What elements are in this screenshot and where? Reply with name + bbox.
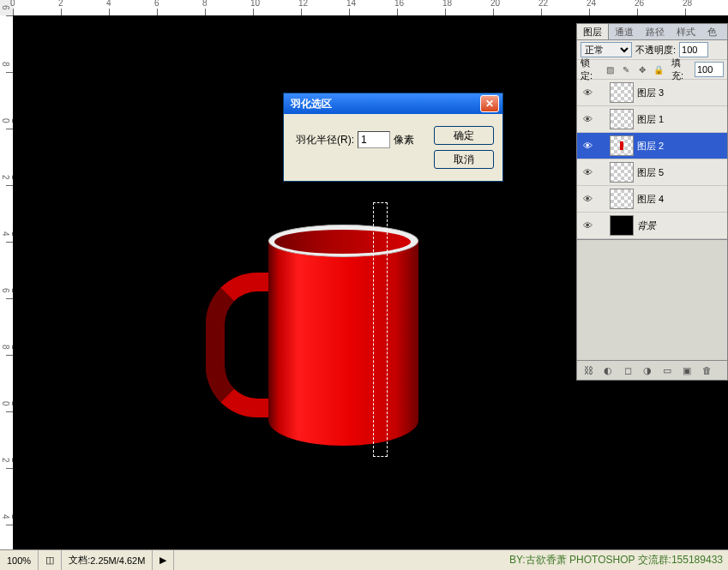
dialog-title-text: 羽化选区 [291, 97, 480, 111]
credits-text: BY:古欲香萧 PHOTOSHOP 交流群:155189433 [509, 553, 728, 567]
layer-thumb [610, 189, 634, 209]
layer-name[interactable]: 背景 [637, 219, 724, 232]
layer-thumb [610, 109, 634, 129]
radius-label: 羽化半径(R): [296, 133, 354, 147]
opacity-label: 不透明度: [635, 44, 676, 57]
lock-all-icon[interactable]: 🔒 [653, 63, 665, 75]
radius-input[interactable] [358, 131, 390, 148]
lock-transparent-icon[interactable]: ▨ [604, 63, 616, 75]
scroll-left-icon[interactable]: ▶ [153, 550, 174, 570]
status-bar: 100% ◫ 文档:2.25M/4.62M ▶ BY:古欲香萧 PHOTOSHO… [0, 549, 728, 570]
preview-icon[interactable]: ◫ [39, 550, 62, 570]
doc-info[interactable]: 文档:2.25M/4.62M [62, 550, 153, 570]
layer-row[interactable]: 👁背景 [577, 213, 727, 239]
fill-label: 填充: [671, 57, 691, 82]
layer-thumb [610, 162, 634, 183]
visibility-icon[interactable]: 👁 [581, 86, 594, 99]
selection-marquee[interactable] [373, 202, 388, 457]
layer-name[interactable]: 图层 5 [637, 166, 724, 179]
tab-paths[interactable]: 路径 [640, 24, 671, 39]
delete-layer-icon[interactable]: 🗑 [701, 364, 713, 376]
ruler-left: 681 01 21 41 61 82 02 22 4 [0, 15, 13, 550]
mug-artwork [206, 230, 420, 457]
panel-empty-area [577, 239, 727, 360]
layers-list: 👁图层 3👁图层 1👁图层 2👁图层 5👁图层 4👁背景 [577, 80, 727, 239]
link-layers-icon[interactable]: ⛓ [582, 364, 594, 376]
lock-paint-icon[interactable]: ✎ [620, 63, 632, 75]
zoom-cell[interactable]: 100% [0, 550, 39, 570]
adjustment-layer-icon[interactable]: ◑ [641, 364, 653, 376]
layer-thumb [610, 215, 634, 236]
cancel-button[interactable]: 取消 [434, 150, 494, 169]
visibility-icon[interactable]: 👁 [581, 165, 594, 179]
layer-name[interactable]: 图层 2 [637, 140, 724, 153]
tab-styles[interactable]: 样式 [671, 24, 701, 39]
tab-color[interactable]: 色 [701, 24, 723, 39]
visibility-icon[interactable]: 👁 [581, 219, 594, 232]
ok-button[interactable]: 确定 [434, 126, 494, 145]
layer-name[interactable]: 图层 4 [637, 193, 724, 206]
layer-thumb [610, 135, 634, 156]
layer-row[interactable]: 👁图层 4 [577, 186, 727, 213]
radius-unit: 像素 [394, 133, 414, 147]
dialog-titlebar[interactable]: 羽化选区 ✕ [284, 93, 502, 114]
lock-icons: ▨ ✎ ✥ 🔒 [604, 63, 665, 75]
layer-fx-icon[interactable]: ◐ [602, 364, 614, 376]
layer-thumb [610, 82, 634, 103]
mug-body [268, 240, 418, 446]
panel-tabs: 图层 通道 路径 样式 色 [577, 24, 727, 40]
feather-dialog: 羽化选区 ✕ 羽化半径(R): 像素 确定 取消 [283, 93, 503, 182]
tab-layers[interactable]: 图层 [577, 24, 609, 39]
visibility-icon[interactable]: 👁 [581, 112, 594, 126]
layer-row[interactable]: 👁图层 3 [577, 80, 727, 106]
tab-channels[interactable]: 通道 [609, 24, 640, 39]
layer-name[interactable]: 图层 1 [637, 113, 724, 126]
layers-panel: 图层 通道 路径 样式 色 正常 不透明度: 锁定: ▨ ✎ ✥ 🔒 填充: 👁… [576, 23, 728, 381]
close-icon[interactable]: ✕ [480, 95, 499, 112]
ruler-top: 024681012141618202224262830 [13, 0, 728, 15]
lock-move-icon[interactable]: ✥ [636, 63, 648, 75]
layer-name[interactable]: 图层 3 [637, 87, 724, 99]
mug-inner [274, 230, 411, 254]
layer-row[interactable]: 👁图层 1 [577, 106, 727, 133]
layer-row[interactable]: 👁图层 2 [577, 133, 727, 159]
lock-label: 锁定: [581, 57, 600, 82]
visibility-icon[interactable]: 👁 [581, 192, 594, 206]
visibility-icon[interactable]: 👁 [581, 139, 594, 153]
fill-input[interactable] [695, 62, 724, 77]
opacity-input[interactable] [679, 42, 708, 57]
panel-footer: ⛓ ◐ ◻ ◑ ▭ ▣ 🗑 [577, 360, 727, 380]
new-layer-icon[interactable]: ▣ [681, 364, 693, 376]
layer-mask-icon[interactable]: ◻ [622, 364, 634, 376]
group-icon[interactable]: ▭ [661, 364, 673, 376]
layer-row[interactable]: 👁图层 5 [577, 159, 727, 186]
blend-mode-select[interactable]: 正常 [581, 42, 632, 57]
